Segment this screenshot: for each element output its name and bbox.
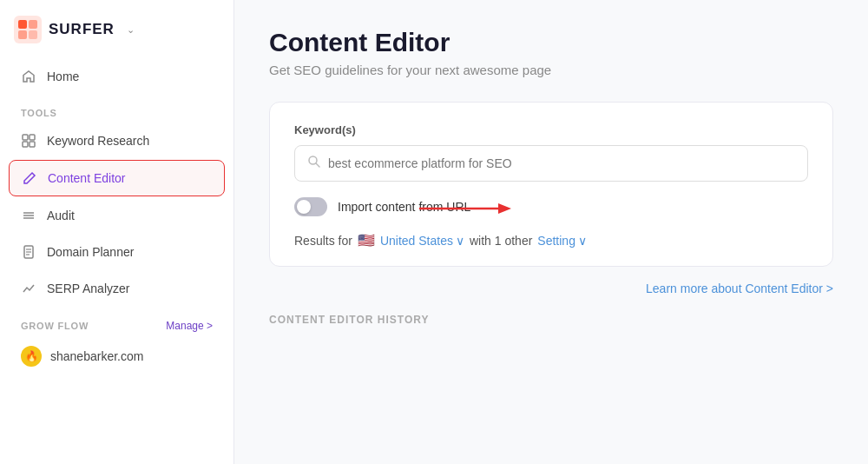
sidebar-item-keyword-research[interactable]: Keyword Research: [9, 123, 225, 158]
svg-rect-4: [29, 30, 37, 39]
page-title: Content Editor: [269, 28, 833, 57]
results-row: Results for 🇺🇸 United States ∨ with 1 ot…: [294, 232, 808, 249]
svg-rect-8: [30, 142, 35, 147]
grow-flow-label: GROW FLOW: [21, 321, 89, 331]
grow-item-shanebarker[interactable]: 🔥 shanebarker.com: [9, 337, 225, 375]
search-icon: [307, 155, 321, 172]
setting-chevron-icon: ∨: [578, 234, 587, 248]
svg-rect-6: [30, 135, 35, 140]
keyword-card: Keyword(s) Import content from URL Resul…: [269, 102, 833, 267]
main-content: Content Editor Get SEO guidelines for yo…: [234, 0, 868, 464]
history-label: CONTENT EDITOR HISTORY: [269, 314, 833, 326]
sidebar-item-home-label: Home: [47, 70, 79, 83]
keyword-input-wrapper[interactable]: [294, 145, 808, 182]
country-chevron-icon: ∨: [456, 234, 464, 248]
grow-flow-section: GROW FLOW Manage >: [9, 308, 225, 337]
keyword-field-label: Keyword(s): [294, 123, 808, 136]
sidebar-item-domain-planner[interactable]: Domain Planner: [9, 235, 225, 269]
sidebar-item-keyword-research-label: Keyword Research: [47, 134, 149, 148]
svg-rect-2: [29, 20, 37, 29]
logo-text: SURFER: [49, 21, 115, 38]
sidebar-item-audit[interactable]: Audit: [9, 198, 225, 233]
us-flag-icon: 🇺🇸: [358, 232, 375, 249]
grow-item-label: shanebarker.com: [50, 349, 143, 363]
page-subtitle: Get SEO guidelines for your next awesome…: [269, 63, 833, 77]
logo-chevron-icon: ⌄: [127, 24, 135, 36]
logo-area[interactable]: SURFER ⌄: [0, 0, 233, 59]
surfer-logo-icon: [14, 16, 42, 43]
import-content-toggle[interactable]: [294, 197, 327, 216]
manage-link[interactable]: Manage >: [166, 320, 213, 332]
keyword-input[interactable]: [328, 156, 795, 170]
sidebar-item-serp-analyzer-label: SERP Analyzer: [47, 282, 129, 295]
flame-icon: 🔥: [21, 346, 42, 367]
svg-rect-1: [18, 20, 27, 29]
sidebar-item-domain-planner-label: Domain Planner: [47, 245, 134, 259]
lines-icon: [21, 208, 36, 223]
sidebar: SURFER ⌄ Home TOOLS Ke: [0, 0, 234, 464]
svg-rect-0: [14, 16, 42, 43]
svg-rect-7: [23, 142, 28, 147]
grid-icon: [21, 133, 36, 149]
country-selector[interactable]: United States ∨: [380, 234, 464, 248]
toggle-label: Import content from URL: [338, 200, 470, 214]
learn-more-row: Learn more about Content Editor >: [269, 281, 833, 296]
svg-rect-5: [23, 135, 28, 140]
home-icon: [21, 69, 36, 84]
results-prefix: Results for: [294, 234, 352, 248]
with-text: with 1 other: [470, 234, 532, 248]
learn-more-link[interactable]: Learn more about Content Editor >: [646, 282, 833, 295]
tools-section-label: TOOLS: [9, 96, 225, 123]
svg-rect-3: [18, 30, 27, 39]
pencil-icon: [22, 170, 37, 186]
sidebar-item-audit-label: Audit: [47, 209, 75, 222]
sidebar-nav: Home TOOLS Keyword Research: [0, 59, 233, 464]
sidebar-item-content-editor[interactable]: Content Editor: [9, 160, 225, 196]
toggle-row: Import content from URL: [294, 197, 808, 216]
chart-icon: [21, 281, 36, 296]
sidebar-item-serp-analyzer[interactable]: SERP Analyzer: [9, 271, 225, 306]
sidebar-item-content-editor-label: Content Editor: [48, 171, 126, 185]
setting-link[interactable]: Setting ∨: [537, 234, 587, 248]
sidebar-item-home[interactable]: Home: [9, 59, 225, 94]
svg-line-17: [316, 163, 319, 167]
document-icon: [21, 244, 36, 260]
